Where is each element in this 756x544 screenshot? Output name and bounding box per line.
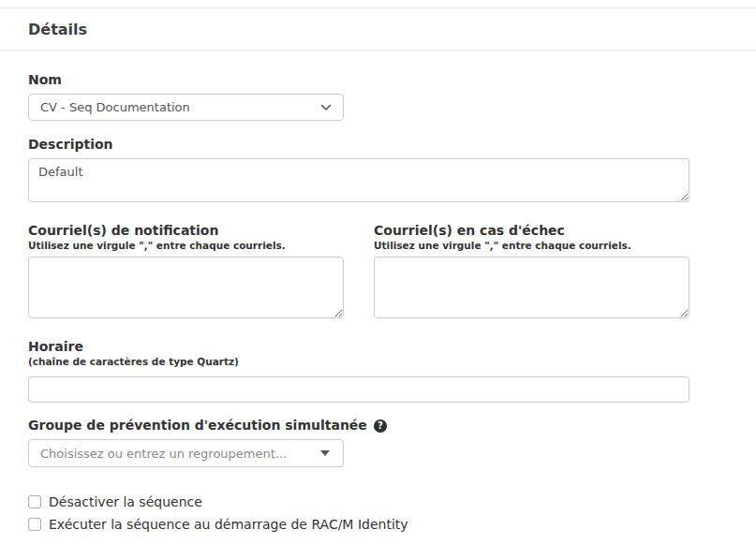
question-circle-icon[interactable]: ?: [374, 419, 387, 433]
nom-label: Nom: [28, 72, 689, 88]
nom-field-group: Nom CV - Seq Documentation: [28, 72, 689, 121]
courriel-row: Courriel(s) de notification Utilisez une…: [28, 223, 689, 322]
chevron-down-icon: [320, 104, 332, 111]
groupe-label: Groupe de prévention d'exécution simulta…: [28, 418, 367, 434]
disable-sequence-row: Désactiver la séquence: [28, 494, 689, 509]
courriel-notification-label: Courriel(s) de notification: [28, 223, 344, 239]
courriel-notification-textarea[interactable]: [28, 257, 344, 318]
page-title: Détails: [28, 21, 87, 38]
checkbox-section: Désactiver la séquence Exécuter la séque…: [28, 494, 689, 532]
courriel-notification-group: Courriel(s) de notification Utilisez une…: [28, 223, 344, 322]
description-textarea[interactable]: Default: [28, 158, 689, 202]
courriel-echec-helper: Utilisez une virgule "," entre chaque co…: [374, 240, 689, 252]
horaire-field-group: Horaire (chaîne de caractères de type Qu…: [28, 339, 689, 403]
details-panel-header: Détails: [0, 7, 756, 51]
disable-sequence-label[interactable]: Désactiver la séquence: [49, 494, 202, 509]
description-field-group: Description Default: [28, 137, 689, 206]
details-form: Nom CV - Seq Documentation Description D…: [0, 51, 756, 532]
groupe-field-group: Groupe de prévention d'exécution simulta…: [28, 418, 689, 467]
caret-down-icon: [320, 450, 330, 456]
horaire-label: Horaire: [28, 339, 689, 355]
groupe-dropdown[interactable]: Choisissez ou entrez un regroupement...: [28, 439, 344, 467]
horaire-input[interactable]: [28, 376, 689, 403]
courriel-echec-textarea[interactable]: [374, 257, 689, 318]
run-at-startup-checkbox[interactable]: [28, 518, 41, 531]
courriel-echec-label: Courriel(s) en cas d'échec: [374, 223, 689, 239]
horaire-helper: (chaîne de caractères de type Quartz): [28, 356, 689, 368]
nom-select-value: CV - Seq Documentation: [40, 100, 190, 114]
description-label: Description: [28, 137, 689, 153]
courriel-echec-group: Courriel(s) en cas d'échec Utilisez une …: [374, 223, 689, 322]
disable-sequence-checkbox[interactable]: [28, 495, 41, 508]
courriel-notification-helper: Utilisez une virgule "," entre chaque co…: [28, 240, 344, 252]
groupe-dropdown-placeholder: Choisissez ou entrez un regroupement...: [40, 447, 287, 461]
run-at-startup-row: Exécuter la séquence au démarrage de RAC…: [28, 517, 689, 532]
run-at-startup-label[interactable]: Exécuter la séquence au démarrage de RAC…: [49, 517, 408, 532]
nom-select[interactable]: CV - Seq Documentation: [28, 94, 344, 121]
groupe-label-row: Groupe de prévention d'exécution simulta…: [28, 418, 689, 434]
